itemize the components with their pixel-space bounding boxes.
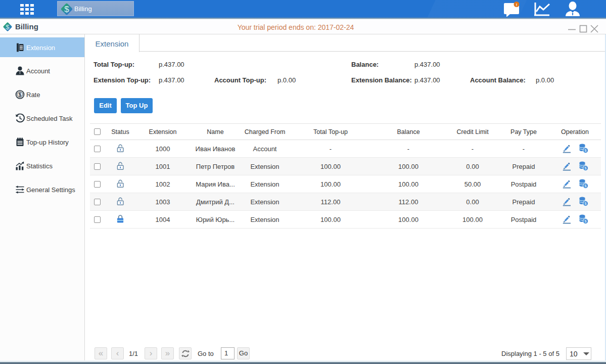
svg-text:$: $: [584, 166, 587, 170]
svg-text:$: $: [584, 184, 587, 188]
svg-text:$: $: [584, 201, 587, 206]
svg-text:$: $: [584, 219, 587, 223]
svg-text:$: $: [64, 5, 69, 14]
svg-text:$: $: [584, 148, 587, 153]
svg-text:!: !: [516, 3, 518, 7]
svg-text:$: $: [19, 92, 22, 98]
